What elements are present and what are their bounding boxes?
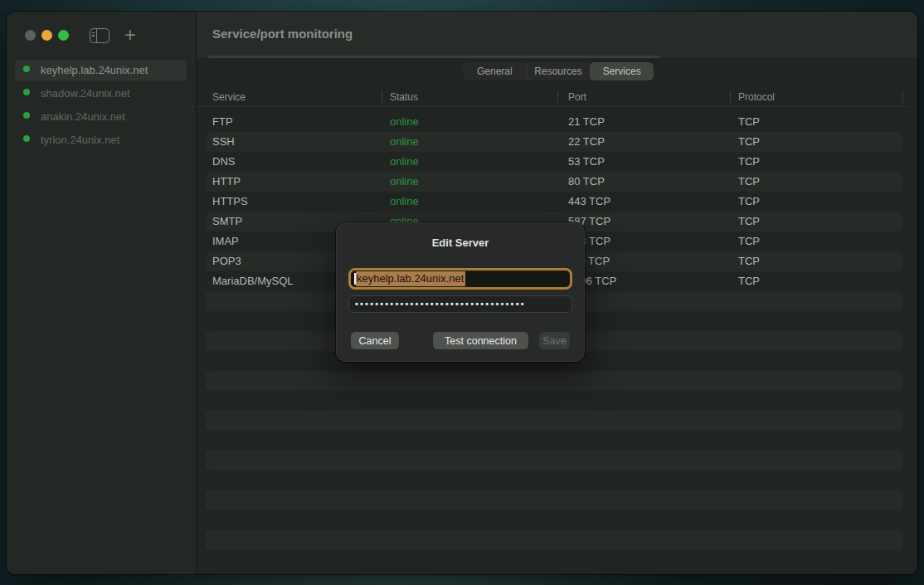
cell-protocol: TCP: [738, 232, 760, 251]
cell-protocol: TCP: [738, 172, 760, 192]
window-zoom-button[interactable]: [58, 30, 69, 41]
cell-port: 80 TCP: [568, 172, 605, 192]
sidebar-toggle-divider: [96, 29, 98, 42]
column-header-protocol[interactable]: Protocol: [738, 88, 775, 107]
sidebar-toggle-icon[interactable]: [90, 28, 109, 43]
cell-protocol: TCP: [738, 132, 760, 152]
column-separator: [902, 91, 903, 103]
password-masked-value: ••••••••••••••••••••••••••••••••••: [349, 296, 571, 312]
hostname-input[interactable]: keyhelp.lab.24unix.net: [348, 268, 572, 290]
cell-status: online: [390, 152, 419, 172]
cell-protocol: TCP: [738, 251, 760, 271]
cell-service: SSH: [212, 132, 235, 152]
cell-service: DNS: [212, 152, 235, 172]
table-header: Service Status Port Protocol: [197, 88, 909, 107]
cell-status: online: [390, 172, 419, 192]
table-row[interactable]: HTTPS online 443 TCP TCP: [197, 192, 917, 212]
cell-status: online: [390, 132, 419, 152]
online-dot-icon: [23, 112, 30, 119]
cell-protocol: TCP: [738, 152, 760, 172]
cell-port: 21 TCP: [568, 112, 605, 132]
cell-port: 22 TCP: [568, 132, 605, 152]
tab-bar: General Resources Services: [463, 62, 654, 80]
table-row-empty: [197, 431, 917, 451]
table-row-empty: [197, 530, 917, 550]
sidebar-item-server[interactable]: tyrion.24unix.net: [15, 129, 187, 151]
online-dot-icon: [23, 135, 30, 142]
password-input[interactable]: ••••••••••••••••••••••••••••••••••: [348, 295, 572, 313]
tab-resources[interactable]: Resources: [527, 62, 591, 80]
cell-service: HTTPS: [212, 192, 248, 212]
cell-service: HTTP: [212, 172, 241, 192]
save-button[interactable]: Save: [539, 332, 570, 349]
sidebar-toggle-dash: [92, 32, 95, 34]
table-row-empty: [197, 371, 917, 391]
cell-protocol: TCP: [738, 192, 760, 212]
sidebar: + keyhelp.lab.24unix.net shadow.24unix.n…: [7, 12, 197, 574]
table-row[interactable]: HTTP online 80 TCP TCP: [197, 172, 917, 192]
window-minimize-button[interactable]: [41, 30, 52, 41]
table-row-empty: [197, 490, 917, 510]
dialog-button-row: Cancel Test connection Save: [336, 332, 585, 349]
server-label: shadow.24unix.net: [41, 83, 130, 105]
cell-service: POP3: [212, 251, 241, 271]
titlebar: Service/port monitoring: [197, 12, 917, 56]
cell-service: MariaDB/MySQL: [212, 271, 294, 291]
dialog-title: Edit Server: [336, 236, 585, 249]
column-separator: [382, 91, 382, 103]
table-row-empty: [197, 470, 917, 490]
column-separator: [557, 91, 558, 103]
cell-protocol: TCP: [738, 212, 760, 232]
cell-service: FTP: [212, 112, 233, 132]
table-row[interactable]: FTP online 21 TCP TCP: [197, 112, 917, 132]
column-header-service[interactable]: Service: [212, 88, 246, 107]
add-server-button[interactable]: +: [121, 27, 139, 45]
table-row[interactable]: SSH online 22 TCP TCP: [197, 132, 917, 152]
cell-service: IMAP: [212, 232, 239, 251]
online-dot-icon: [23, 89, 30, 95]
cell-status: online: [390, 112, 419, 132]
column-separator: [730, 91, 731, 103]
server-label: tyrion.24unix.net: [41, 129, 119, 151]
tab-services[interactable]: Services: [590, 62, 654, 80]
edit-server-dialog: Edit Server keyhelp.lab.24unix.net •••••…: [336, 222, 585, 362]
sidebar-item-server[interactable]: keyhelp.lab.24unix.net: [15, 60, 187, 81]
cell-service: SMTP: [212, 212, 242, 232]
table-row-empty: [197, 391, 917, 411]
cell-protocol: TCP: [738, 112, 760, 132]
cell-protocol: TCP: [738, 271, 760, 291]
cell-status: online: [390, 192, 419, 212]
sidebar-toggle-dash: [92, 35, 95, 37]
cell-port: 53 TCP: [568, 152, 605, 172]
table-row-empty: [197, 510, 917, 530]
table-row-empty: [197, 451, 917, 470]
window-close-button[interactable]: [25, 30, 36, 41]
online-dot-icon: [23, 66, 30, 72]
table-row[interactable]: DNS online 53 TCP TCP: [197, 152, 917, 172]
titlebar-divider-highlight: [207, 56, 661, 58]
table-row-empty: [197, 411, 917, 431]
cell-port: 443 TCP: [568, 192, 610, 212]
hostname-selected-text: keyhelp.lab.24unix.net: [356, 271, 465, 286]
cancel-button[interactable]: Cancel: [351, 332, 399, 349]
server-label: keyhelp.lab.24unix.net: [41, 60, 148, 81]
page-title: Service/port monitoring: [197, 12, 917, 56]
sidebar-item-server[interactable]: shadow.24unix.net: [15, 83, 187, 105]
desktop: { "titlebar": { "title": "Service/port m…: [0, 0, 924, 585]
tab-general[interactable]: General: [463, 62, 527, 80]
test-connection-button[interactable]: Test connection: [433, 332, 528, 349]
server-list: keyhelp.lab.24unix.net shadow.24unix.net…: [15, 60, 187, 153]
column-header-status[interactable]: Status: [390, 88, 418, 107]
sidebar-item-server[interactable]: anakin.24unix.net: [15, 106, 187, 128]
server-label: anakin.24unix.net: [41, 106, 125, 128]
column-header-port[interactable]: Port: [568, 88, 586, 107]
